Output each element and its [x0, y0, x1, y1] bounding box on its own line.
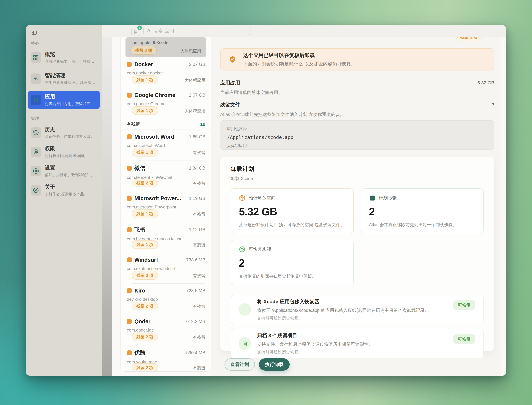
list-section-header: 有残留 19: [120, 119, 211, 130]
sidebar-item-title: 概览: [45, 51, 97, 58]
stat-desc: 支持恢复的步骤会在历史和恢复中保留。: [239, 273, 346, 279]
app-row[interactable]: Microsoft Power... 1.19 GB com.microsoft…: [125, 191, 206, 222]
plan-steps-icon: [369, 195, 376, 201]
plan-step: 归档 3 个残留项目 支持文件、缓存和启动项仍会通过恢复历史保留可追溯性。 支持…: [231, 329, 484, 358]
step-desc: 支持文件、缓存和启动项仍会通过恢复历史保留可追溯性。: [257, 341, 373, 347]
sidebar-item-icon: [31, 95, 41, 105]
app-list: com.apple.dt.Xcode 残留 3 项 大体积应用 Docker 2…: [120, 37, 211, 371]
sidebar-item[interactable]: 智能清理 先生成并复核清理计划,再决定…: [28, 70, 100, 88]
sidebar-section-label: 核心: [28, 41, 100, 46]
leftover-badge: 残留 2 项: [132, 363, 158, 371]
section-count: 19: [200, 122, 205, 127]
app-name: Docker: [134, 61, 153, 68]
stat-desc: Atlas 会在真正移除前先列出每一个卸载步骤。: [369, 222, 476, 228]
sidebar: 核心 概览 查看健康摘要、预计可: [26, 25, 102, 376]
column-gap: [102, 37, 112, 376]
app-row[interactable]: 飞书 1.12 GB com.bytedance.macos.feishu 残留…: [125, 222, 206, 253]
sidebar-item[interactable]: 设置 偏好、排除项、致谢和通知。: [28, 162, 100, 180]
app-name: Kiro: [134, 288, 145, 294]
sidebar-item-title: 应用: [45, 94, 97, 100]
app-bundle-id: com.qoder.ide: [127, 328, 206, 333]
plan-actions: 查看计划 执行卸载: [220, 358, 494, 371]
step-icon: [239, 303, 251, 316]
app-row[interactable]: Docker 2.07 GB com.docker.docker 残留 1 项 …: [125, 57, 206, 88]
app-icon: [127, 351, 132, 355]
app-row[interactable]: Qoder 612.2 MB com.qoder.ide 残留 2 项 有残留: [125, 314, 206, 345]
overview-value: 5.32 GB: [477, 80, 494, 86]
app-row-selected-xcode[interactable]: com.apple.dt.Xcode 残留 3 项 大体积应用: [125, 37, 206, 57]
app-icon: [127, 257, 132, 262]
app-tag: 大体积应用: [180, 48, 201, 54]
app-size: 2.07 GB: [189, 62, 205, 67]
sidebar-item-icon: [31, 52, 41, 63]
overview-label: 应用占用: [220, 79, 240, 86]
sidebar-toggle-icon[interactable]: [30, 29, 38, 36]
sidebar-item-icon: [31, 166, 41, 176]
sidebar-item[interactable]: 历史 跟踪任务、结果和恢复入口。: [28, 124, 100, 142]
plan-count-badge: 1: [137, 25, 142, 30]
sidebar-item[interactable]: 权限 先解释原因,再请求访问。: [28, 143, 100, 161]
app-bundle-id: com.exafunction.windsurf: [127, 266, 206, 271]
sidebar-item-texts: 设置 偏好、排除项、致谢和通知。: [45, 165, 94, 177]
leftover-badge: 残留 1 项: [132, 148, 158, 156]
app-row[interactable]: 微信 1.34 GB com.tencent.xinWeChat 残留 2 项 …: [125, 161, 206, 191]
app-tag: 有残留: [193, 181, 205, 186]
step-title: 将 Xcode 应用包移入恢复区: [257, 298, 429, 305]
sidebar-item-desc: 先查看应用占用、残留和卸载计…: [45, 101, 97, 106]
search-field[interactable]: [143, 27, 250, 35]
sidebar-item-title: 设置: [45, 165, 94, 171]
leftover-badge: 残留 1 项: [132, 209, 158, 218]
sidebar-item-title: 权限: [45, 145, 88, 152]
sidebar-manage-items: 历史 跟踪任务、结果和恢复入口。: [28, 124, 100, 199]
stat-value: 5.32 GB: [239, 206, 346, 218]
app-row[interactable]: Microsoft Word 1.65 GB com.microsoft.Wor…: [125, 130, 206, 161]
recoverable-badge: 可恢复: [453, 300, 475, 310]
app-tag: 有残留: [193, 365, 205, 371]
app-bundle-id: dev.kiro.desktop: [127, 297, 206, 302]
app-name: Google Chrome: [134, 92, 175, 98]
path-tag: 大体积应用: [227, 143, 487, 148]
sidebar-core-items: 概览 查看健康摘要、预计可释放空间…: [28, 48, 100, 109]
app-tag: 有残留: [193, 304, 205, 309]
sidebar-item-desc: 查看健康摘要、预计可释放空间…: [45, 59, 97, 64]
sidebar-item-desc: 跟踪任务、结果和恢复入口。: [45, 134, 94, 139]
app-icon: [127, 134, 132, 139]
app-row[interactable]: Kiro 728.5 MB dev.kiro.desktop 残留 2 项 有残…: [125, 284, 206, 314]
app-icon: [127, 62, 132, 67]
scrollbar-gutter[interactable]: [501, 37, 506, 376]
app-bundle-id: com.docker.docker: [127, 70, 206, 76]
plan-subtitle: 卸载 Xcode: [231, 176, 484, 182]
sidebar-item-texts: 应用 先查看应用占用、残留和卸载计…: [45, 94, 97, 106]
app-icon: [127, 196, 132, 201]
app-name: Microsoft Power...: [134, 195, 181, 202]
sidebar-item-desc: 了解作者,探索更多产品。: [45, 192, 88, 197]
execute-uninstall-button[interactable]: 执行卸载: [259, 358, 290, 371]
app-size: 1.19 GB: [189, 196, 205, 201]
sidebar-item[interactable]: 应用 先查看应用占用、残留和卸载计…: [28, 91, 100, 109]
sidebar-item-texts: 智能清理 先生成并复核清理计划,再决定…: [45, 72, 97, 85]
sidebar-item[interactable]: 概览 查看健康摘要、预计可释放空间…: [28, 48, 100, 67]
search-input[interactable]: [153, 28, 248, 34]
app-tag: 有残留: [193, 211, 205, 217]
app-row[interactable]: Google Chrome 2.07 GB com.google.Chrome …: [125, 88, 206, 119]
overview-desc: Atlas 会在卸载前先把这些附加文件纳入计划,方便你逐项确认。: [220, 112, 494, 117]
app-name: 飞书: [134, 226, 145, 233]
app-row[interactable]: 优酷 590.4 MB com.youku.mac 残留 2 项 有残留: [125, 345, 206, 371]
plan-step: 将 Xcode 应用包移入恢复区 将位于 /Applications/Xcode…: [231, 295, 484, 324]
sidebar-item-desc: 偏好、排除项、致谢和通知。: [45, 172, 94, 177]
banner-title: 这个应用已经可以在复核后卸载: [243, 52, 355, 59]
stat-value: 2: [239, 257, 346, 269]
plan-stat-grid: 预计释放空间 5.32 GB 执行这份卸载计划后,预计可释放的空间,包含残留文件…: [231, 189, 484, 285]
plan-title: 卸载计划: [231, 165, 484, 173]
view-plan-button[interactable]: 查看计划: [224, 358, 255, 371]
stat-label: 预计释放空间: [249, 195, 276, 201]
app-size: 1.12 GB: [189, 227, 205, 232]
leftover-badge: 残留 3 项: [131, 46, 157, 54]
search-icon: [146, 29, 151, 33]
app-row[interactable]: Windsurf 738.6 MB com.exafunction.windsu…: [125, 253, 206, 284]
sidebar-item-icon: [31, 147, 41, 157]
sidebar-item-texts: 历史 跟踪任务、结果和恢复入口。: [45, 126, 94, 139]
detail-panel: 残留 3 项 这个应用已经可以在复核后卸载 下面的计划会说明将删除什么,以及哪些…: [211, 37, 506, 376]
sidebar-item[interactable]: 关于 了解作者,探索更多产品。: [28, 181, 100, 199]
app-list-top: Docker 2.07 GB com.docker.docker 残留 1 项 …: [120, 57, 211, 119]
